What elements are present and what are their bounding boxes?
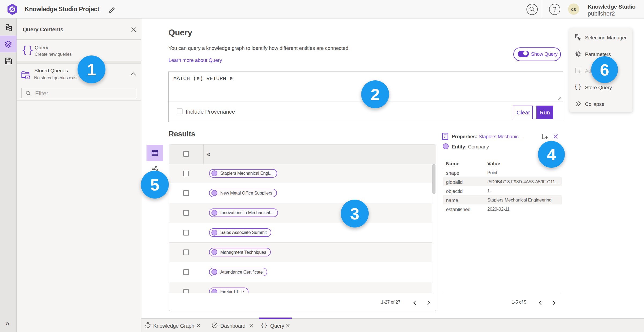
svg-text:?: ?	[553, 6, 556, 13]
